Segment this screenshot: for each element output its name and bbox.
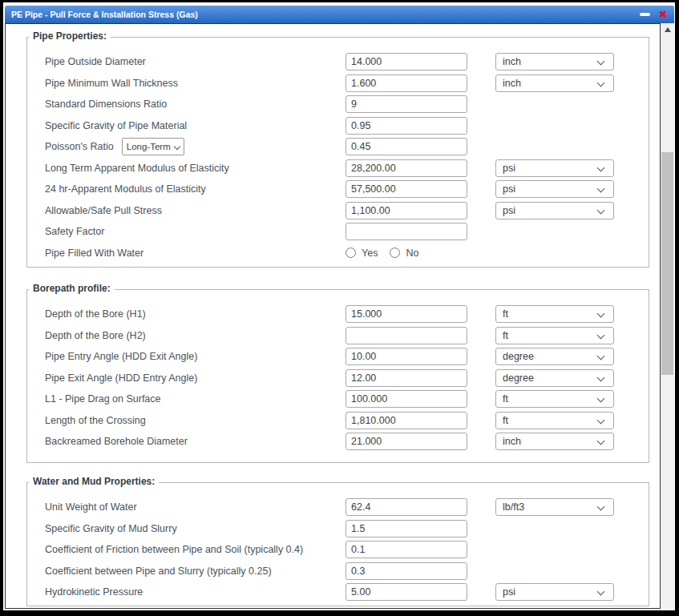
chevron-down-icon [597, 437, 605, 445]
chevron-down-icon [597, 503, 605, 511]
window-controls: ✖ [640, 6, 667, 23]
field-label: Allowable/Safe Pull Stress [45, 205, 162, 216]
chevron-down-icon [597, 373, 605, 381]
form-row-depth-of-the-bore-h2: Depth of the Bore (H2)ft [27, 325, 649, 347]
depth-of-the-bore-h1-input[interactable]: 15.000 [346, 305, 467, 323]
selected-unit: inch [503, 78, 521, 89]
backreamed-borehole-diameter-input[interactable]: 21.000 [346, 433, 467, 450]
field-label: L1 - Pipe Drag on Surface [45, 393, 161, 405]
section-legend: Borepath profile: [29, 283, 115, 294]
pipe-outside-diameter-input[interactable]: 14.000 [346, 53, 467, 70]
form-row-coefficient-of-friction-between-pipe-and-soil-typically-0-4: Coefficient of Friction between Pipe and… [27, 539, 649, 561]
long-term-apparent-modulus-of-elasticity-unit-select[interactable]: psi [495, 159, 614, 177]
unit-weight-of-water-input[interactable]: 62.4 [346, 498, 467, 516]
poisson-s-ratio-mode-select[interactable]: Long-Term [122, 138, 184, 155]
pipe-exit-angle-hdd-entry-angle-input[interactable]: 12.00 [346, 369, 467, 387]
chevron-down-icon [597, 352, 605, 360]
radio-option-no[interactable]: No [390, 248, 418, 259]
section-pipe-properties: Pipe Properties:Pipe Outside Diameter14.… [26, 37, 649, 268]
radio-option-yes[interactable]: Yes [346, 248, 378, 259]
section-borepath-profile: Borepath profile:Depth of the Bore (H1)1… [26, 289, 649, 463]
specific-gravity-of-mud-slurry-input[interactable]: 1.5 [346, 520, 467, 537]
l1-pipe-drag-on-surface-input[interactable]: 100.000 [346, 390, 467, 408]
titlebar[interactable]: PE Pipe - Pull Force & Installation Stre… [5, 6, 674, 23]
scroll-thumb[interactable] [661, 152, 673, 375]
field-label: Depth of the Bore (H2) [45, 330, 146, 341]
field-label: Hydrokinetic Pressure [45, 586, 143, 598]
selected-unit: psi [503, 183, 515, 195]
window-title: PE Pipe - Pull Force & Installation Stre… [11, 10, 198, 19]
24-hr-apparent-modulus-of-elasticity-input[interactable]: 57,500.00 [346, 180, 467, 198]
specific-gravity-of-pipe-material-input[interactable]: 0.95 [346, 117, 467, 135]
pipe-outside-diameter-unit-select[interactable]: inch [495, 53, 614, 70]
pipe-exit-angle-hdd-entry-angle-unit-select[interactable]: degree [495, 369, 614, 387]
form-row-length-of-the-crossing: Length of the Crossing1,810.000ft [27, 410, 649, 432]
chevron-down-icon [174, 143, 180, 150]
selected-unit: ft [503, 415, 508, 426]
pipe-entry-angle-hdd-exit-angle-input[interactable]: 10.00 [346, 348, 467, 365]
depth-of-the-bore-h2-unit-select[interactable]: ft [495, 327, 614, 344]
poisson-s-ratio-input[interactable]: 0.45 [346, 138, 467, 155]
form-panel: Pipe Properties:Pipe Outside Diameter14.… [5, 23, 661, 609]
window-frame: PE Pipe - Pull Force & Installation Stre… [0, 0, 679, 616]
standard-dimensions-ratio-input[interactable]: 9 [346, 95, 467, 113]
pipe-minimum-wall-thickness-unit-select[interactable]: inch [495, 74, 614, 92]
long-term-apparent-modulus-of-elasticity-input[interactable]: 28,200.00 [346, 159, 467, 177]
section-water-and-mud-properties: Water and Mud Properties:Unit Weight of … [26, 482, 649, 606]
safety-factor-input[interactable] [346, 223, 467, 240]
form-row-hydrokinetic-pressure: Hydrokinetic Pressure5.00psi [27, 582, 649, 603]
chevron-down-icon [597, 395, 605, 403]
form-row-unit-weight-of-water: Unit Weight of Water62.4lb/ft3 [27, 497, 649, 518]
selected-unit: degree [503, 372, 534, 384]
hydrokinetic-pressure-unit-select[interactable]: psi [495, 583, 614, 601]
field-label: Pipe Entry Angle (HDD Exit Angle) [45, 351, 197, 362]
form-row-l1-pipe-drag-on-surface: L1 - Pipe Drag on Surface100.000ft [27, 389, 649, 410]
l1-pipe-drag-on-surface-unit-select[interactable]: ft [495, 390, 614, 408]
form-row-coefficient-between-pipe-and-slurry-typically-0-25: Coefficient between Pipe and Slurry (typ… [27, 561, 649, 582]
form-row-pipe-outside-diameter: Pipe Outside Diameter14.000inch [27, 51, 649, 73]
form-row-pipe-minimum-wall-thickness: Pipe Minimum Wall Thickness1.600inch [27, 73, 649, 95]
selected-unit: ft [503, 308, 508, 320]
form-row-safety-factor: Safety Factor [27, 221, 649, 243]
scroll-up-icon [665, 27, 671, 32]
form-row-long-term-apparent-modulus-of-elasticity: Long Term Apparent Modulus of Elasticity… [27, 158, 649, 179]
24-hr-apparent-modulus-of-elasticity-unit-select[interactable]: psi [495, 180, 614, 198]
backreamed-borehole-diameter-unit-select[interactable]: inch [495, 433, 614, 450]
depth-of-the-bore-h1-unit-select[interactable]: ft [495, 305, 614, 323]
length-of-the-crossing-unit-select[interactable]: ft [495, 412, 614, 429]
allowable-safe-pull-stress-unit-select[interactable]: psi [495, 202, 614, 219]
selected-unit: inch [503, 56, 521, 67]
coefficient-of-friction-between-pipe-and-soil-typically-0-4-input[interactable]: 0.1 [346, 541, 467, 558]
selected-unit: lb/ft3 [503, 501, 524, 513]
form-row-pipe-filled-with-water: Pipe Filled With WaterYesNo [27, 243, 649, 264]
pipe-entry-angle-hdd-exit-angle-unit-select[interactable]: degree [495, 348, 614, 365]
form-row-poisson-s-ratio: Poisson's RatioLong-Term0.45 [27, 136, 649, 158]
unit-weight-of-water-unit-select[interactable]: lb/ft3 [495, 498, 614, 516]
field-label: Specific Gravity of Pipe Material [45, 120, 187, 131]
hydrokinetic-pressure-input[interactable]: 5.00 [346, 583, 467, 601]
pipe-minimum-wall-thickness-input[interactable]: 1.600 [346, 74, 467, 92]
length-of-the-crossing-input[interactable]: 1,810.000 [346, 412, 467, 429]
minimize-icon[interactable] [640, 13, 650, 16]
field-label: Length of the Crossing [45, 415, 146, 426]
close-icon[interactable]: ✖ [659, 10, 667, 19]
radio-icon[interactable] [390, 248, 400, 258]
section-legend: Water and Mud Properties: [29, 476, 159, 487]
depth-of-the-bore-h2-input[interactable] [346, 327, 467, 344]
radio-group: YesNo [346, 243, 418, 264]
radio-label: Yes [362, 248, 378, 259]
field-label: Long Term Apparent Modulus of Elasticity [45, 163, 229, 174]
dialog-body: Pipe Properties:Pipe Outside Diameter14.… [5, 23, 674, 609]
coefficient-between-pipe-and-slurry-typically-0-25-input[interactable]: 0.3 [346, 562, 467, 580]
chevron-down-icon [597, 206, 605, 214]
allowable-safe-pull-stress-input[interactable]: 1,100.00 [346, 202, 467, 219]
section-legend: Pipe Properties: [29, 30, 111, 42]
radio-icon[interactable] [346, 248, 356, 258]
dialog: PE Pipe - Pull Force & Installation Stre… [5, 6, 674, 609]
scroll-up-button[interactable] [661, 23, 674, 36]
field-label: Poisson's Ratio [45, 141, 114, 152]
scrollbar[interactable] [661, 23, 674, 609]
field-label: Pipe Outside Diameter [45, 56, 146, 67]
selected-unit: ft [503, 330, 508, 341]
form-row-specific-gravity-of-mud-slurry: Specific Gravity of Mud Slurry1.5 [27, 518, 649, 540]
